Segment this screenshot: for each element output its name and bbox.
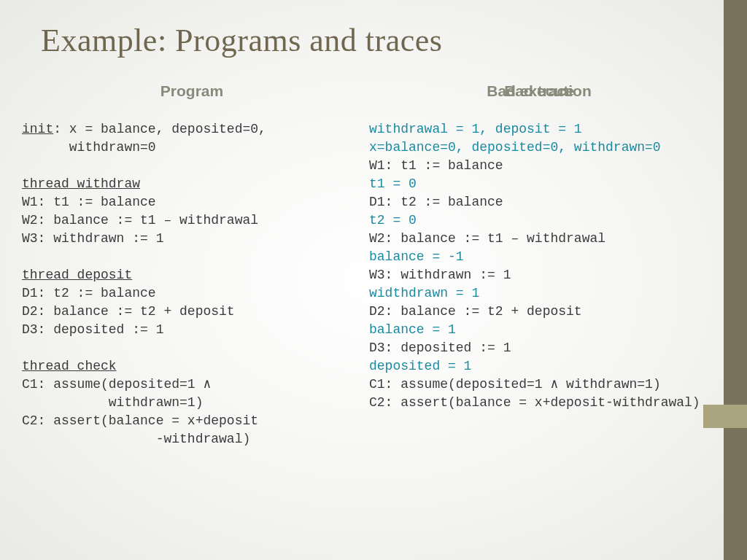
- trace-l15: C1: assume(deposited=1 ∧ withdrawn=1): [369, 377, 661, 392]
- trace-l1: withdrawal = 1, deposit = 1: [369, 122, 582, 136]
- trace-l11: D2: balance := t2 + deposit: [369, 304, 582, 319]
- trace-l3: W1: t1 := balance: [369, 158, 503, 173]
- thread-deposit-body: D1: t2 := balance D2: balance := t2 + de…: [22, 286, 235, 337]
- columns: Program init: x = balance, deposited=0, …: [15, 81, 709, 448]
- trace-l13: D3: deposited := 1: [369, 341, 511, 355]
- trace-l12: balance = 1: [369, 322, 456, 337]
- slide: Example: Programs and traces Program ini…: [0, 0, 724, 560]
- slide-title: Example: Programs and traces: [41, 22, 709, 59]
- thread-withdraw-label: thread_withdraw: [22, 176, 140, 191]
- trace-l6: t2 = 0: [369, 213, 417, 228]
- thread-check-body: C1: assume(deposited=1 ∧ withdrawn=1) C2…: [22, 377, 258, 446]
- init-label: init: [22, 122, 53, 136]
- trace-l2: x=balance=0, deposited=0, withdrawn=0: [369, 140, 661, 155]
- program-header-text: Program: [22, 81, 362, 101]
- trace-header-b: Bad execution: [369, 81, 709, 101]
- thread-deposit-label: thread_deposit: [22, 268, 132, 282]
- trace-l14: deposited = 1: [369, 359, 471, 373]
- program-code: init: x = balance, deposited=0, withdraw…: [22, 120, 362, 448]
- init-rest: : x = balance, deposited=0, withdrawn=0: [22, 122, 266, 155]
- col-trace: Bad trace Bad execution withdrawal = 1, …: [369, 81, 709, 448]
- thread-withdraw-body: W1: t1 := balance W2: balance := t1 – wi…: [22, 195, 258, 246]
- trace-l16: C2: assert(balance = x+deposit-withdrawa…: [369, 395, 700, 410]
- col-program: Program init: x = balance, deposited=0, …: [22, 81, 362, 448]
- col-program-header: Program: [22, 81, 362, 101]
- right-sidebar: [724, 0, 747, 560]
- trace-code: withdrawal = 1, deposit = 1 x=balance=0,…: [369, 120, 709, 412]
- trace-l9: W3: withdrawn := 1: [369, 268, 511, 282]
- thread-check-label: thread_check: [22, 359, 117, 373]
- trace-l10: widthdrawn = 1: [369, 286, 479, 300]
- trace-l4: t1 = 0: [369, 176, 417, 191]
- trace-l7: W2: balance := t1 – withdrawal: [369, 231, 605, 246]
- trace-l8: balance = -1: [369, 249, 464, 264]
- col-trace-header: Bad trace Bad execution: [369, 81, 709, 101]
- trace-l5: D1: t2 := balance: [369, 195, 503, 209]
